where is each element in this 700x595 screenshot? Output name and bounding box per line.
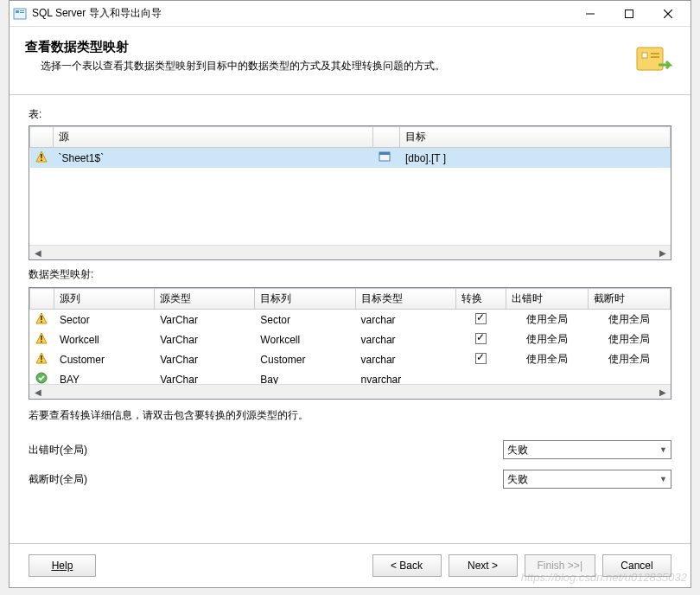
target-type-cell: varchar (355, 329, 455, 349)
svg-rect-1 (16, 10, 19, 13)
chevron-down-icon: ▼ (659, 475, 667, 483)
on-truncate-cell: 使用全局 (588, 310, 670, 330)
back-button[interactable]: < Back (372, 554, 442, 577)
on-error-cell: 使用全局 (506, 310, 588, 330)
on-truncate-cell (588, 369, 670, 384)
on-error-cell (506, 369, 588, 384)
svg-text:!: ! (41, 315, 43, 324)
maximize-button[interactable] (609, 2, 648, 26)
convert-cell[interactable] (455, 329, 506, 349)
col-target-col[interactable]: 目标列 (255, 289, 355, 310)
target-cell: [dbo].[T ] (400, 148, 671, 169)
help-button[interactable]: Help (29, 554, 96, 577)
scrollbar-horizontal[interactable]: ◀ ▶ (29, 384, 671, 399)
chevron-down-icon: ▼ (659, 445, 667, 454)
on-error-cell: 使用全局 (506, 329, 588, 349)
on-error-global-value: 失败 (507, 443, 528, 457)
svg-text:!: ! (41, 335, 43, 344)
minimize-button[interactable] (570, 2, 609, 26)
on-error-cell: 使用全局 (506, 349, 588, 369)
target-col-cell: Sector (255, 310, 355, 330)
col-on-error[interactable]: 出错时 (506, 289, 588, 310)
convert-cell[interactable] (455, 349, 506, 369)
svg-text:!: ! (40, 153, 42, 163)
warning-icon: ! (35, 352, 48, 367)
table-row[interactable]: ! `Sheet1$` [dbo].[T (30, 148, 671, 169)
on-truncate-global-label: 截断时(全局) (29, 472, 288, 487)
convert-cell[interactable] (455, 369, 506, 384)
target-type-cell: varchar (355, 310, 455, 330)
scroll-right-icon[interactable]: ▶ (656, 387, 669, 398)
tables-grid[interactable]: 源 目标 ! (29, 125, 671, 260)
table-row[interactable]: !WorkcellVarCharWorkcellvarchar使用全局使用全局 (30, 329, 671, 349)
next-button[interactable]: Next > (449, 554, 518, 577)
on-error-global-label: 出错时(全局) (29, 443, 288, 457)
svg-rect-3 (20, 12, 24, 13)
convert-cell[interactable] (455, 310, 506, 330)
source-type-cell: VarChar (155, 369, 255, 384)
scroll-right-icon[interactable]: ▶ (656, 247, 669, 259)
col-on-truncate[interactable]: 截断时 (588, 289, 670, 310)
source-col-cell: BAY (54, 369, 154, 384)
svg-rect-15 (379, 152, 390, 155)
tables-label: 表: (29, 107, 671, 122)
on-error-global-select[interactable]: 失败 ▼ (503, 440, 671, 459)
on-truncate-cell: 使用全局 (588, 329, 670, 349)
source-type-cell: VarChar (155, 349, 255, 369)
table-icon (379, 150, 391, 165)
scrollbar-horizontal[interactable]: ◀ ▶ (29, 245, 671, 259)
mapping-label: 数据类型映射: (29, 267, 671, 282)
wizard-header: 查看数据类型映射 选择一个表以查看其数据类型映射到目标中的数据类型的方式及其处理… (10, 27, 690, 95)
checkbox-checked[interactable] (475, 353, 487, 364)
source-type-cell: VarChar (155, 329, 255, 349)
table-row[interactable]: !CustomerVarCharCustomervarchar使用全局使用全局 (30, 349, 671, 369)
col-source-col[interactable]: 源列 (54, 289, 154, 310)
on-truncate-global-value: 失败 (507, 472, 528, 487)
svg-rect-10 (651, 53, 659, 54)
watermark: https://blog.csdn.net/u012835032 (521, 571, 687, 584)
col-target-icon (373, 127, 400, 148)
target-col-cell: Bay (255, 369, 355, 384)
page-description: 选择一个表以查看其数据类型映射到目标中的数据类型的方式及其处理转换问题的方式。 (25, 59, 627, 74)
source-col-cell: Workcell (54, 329, 154, 349)
col-target[interactable]: 目标 (400, 127, 671, 148)
close-button[interactable] (648, 2, 687, 26)
app-icon (13, 7, 27, 21)
svg-rect-9 (642, 53, 647, 58)
col-source[interactable]: 源 (53, 127, 373, 148)
col-icon (30, 127, 54, 148)
scroll-left-icon[interactable]: ◀ (31, 387, 44, 398)
target-type-cell: nvarchar (355, 369, 455, 384)
svg-rect-2 (20, 10, 24, 11)
target-col-cell: Workcell (255, 329, 355, 349)
table-row[interactable]: BAYVarCharBaynvarchar (30, 369, 671, 384)
source-cell: `Sheet1$` (53, 148, 373, 169)
warning-icon: ! (35, 312, 48, 327)
titlebar[interactable]: SQL Server 导入和导出向导 (10, 1, 690, 27)
table-row[interactable]: !SectorVarCharSectorvarchar使用全局使用全局 (30, 310, 671, 330)
col-source-type[interactable]: 源类型 (155, 289, 255, 310)
svg-rect-11 (651, 56, 659, 58)
source-type-cell: VarChar (155, 310, 255, 330)
col-convert[interactable]: 转换 (455, 289, 506, 310)
window-title: SQL Server 导入和导出向导 (32, 6, 570, 21)
warning-icon: ! (35, 150, 48, 165)
mapping-grid[interactable]: 源列 源类型 目标列 目标类型 转换 出错时 截断时 !SectorVarCha… (29, 287, 671, 400)
on-truncate-global-select[interactable]: 失败 ▼ (503, 470, 671, 489)
checkbox-checked[interactable] (475, 313, 487, 324)
checkbox-checked[interactable] (475, 333, 487, 344)
col-target-type[interactable]: 目标类型 (355, 289, 455, 310)
scroll-left-icon[interactable]: ◀ (31, 247, 44, 259)
on-truncate-cell: 使用全局 (588, 349, 670, 369)
source-col-cell: Customer (54, 349, 154, 369)
hint-text: 若要查看转换详细信息，请双击包含要转换的列源类型的行。 (29, 408, 671, 423)
target-type-cell: varchar (355, 349, 455, 369)
col-status-icon (30, 289, 54, 310)
success-icon (35, 372, 48, 384)
page-title: 查看数据类型映射 (25, 39, 627, 55)
wizard-icon (627, 39, 675, 87)
source-col-cell: Sector (54, 310, 154, 330)
warning-icon: ! (35, 332, 48, 347)
svg-rect-8 (637, 48, 663, 70)
svg-rect-0 (14, 9, 26, 19)
